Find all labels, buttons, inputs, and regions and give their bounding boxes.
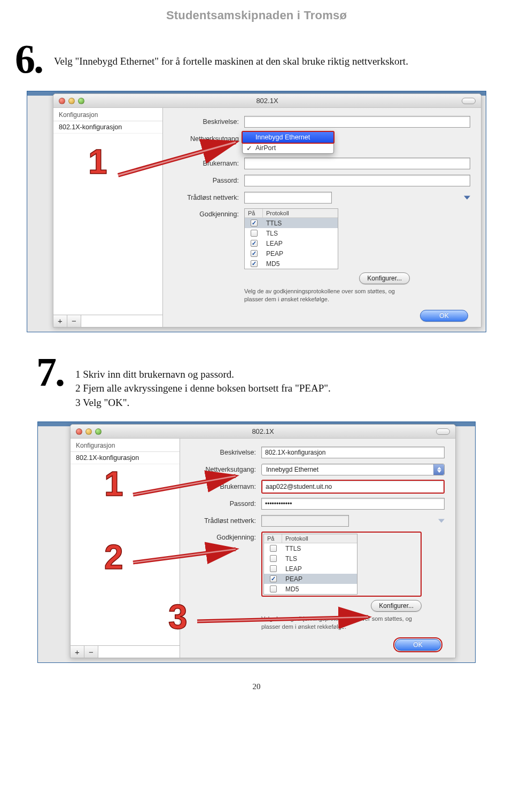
remove-config-button[interactable]: − <box>67 315 81 327</box>
add-config-button[interactable]: + <box>71 646 84 658</box>
label-beskrivelse: Beskrivelse: <box>186 449 261 456</box>
step-6-text: Velg "Innebygd Ethernet" for å fortelle … <box>54 38 408 79</box>
beskrivelse-input[interactable] <box>261 447 445 458</box>
close-icon[interactable] <box>76 428 82 435</box>
step-6: 6. Velg "Innebygd Ethernet" for å fortel… <box>15 38 498 79</box>
label-tradlost: Trådløst nettverk: <box>186 517 261 525</box>
check-icon: ✓ <box>246 144 252 152</box>
config-sidebar: Konfigurasjon 802.1X-konfigurasjon + − <box>53 108 163 327</box>
config-form: Beskrivelse: Nettverksutgang Innebygd Et… <box>163 108 481 327</box>
screenshot-2: 802.1X Konfigurasjon 802.1X-konfigurasjo… <box>37 421 476 663</box>
window-title: 802.1X <box>71 427 455 435</box>
step-7-number: 7. <box>36 352 64 410</box>
step-7-line1: 1 Skriv inn ditt brukernavn og passord. <box>75 368 331 382</box>
protocol-hint: Velg de av godkjenningsprotokollene over… <box>244 287 399 303</box>
titlebar: 802.1X <box>71 425 455 439</box>
dropdown-item-airport[interactable]: ✓AirPort <box>243 143 333 153</box>
protocol-row-md5[interactable]: MD5 <box>264 584 357 594</box>
add-config-button[interactable]: + <box>53 315 67 327</box>
protocol-row-tls[interactable]: TLS <box>264 553 357 564</box>
select-arrows-icon <box>433 464 444 475</box>
checkbox[interactable] <box>251 260 258 267</box>
protocol-row-leap[interactable]: LEAP <box>264 564 357 574</box>
mac-window-1: 802.1X Konfigurasjon 802.1X-konfigurasjo… <box>53 93 481 327</box>
step-7: 7. 1 Skriv inn ditt brukernavn og passor… <box>36 352 498 410</box>
checkbox[interactable] <box>251 220 258 227</box>
minimize-icon[interactable] <box>86 428 92 435</box>
protocol-table: På Protokoll TTLS TLS LEAP PEAP MD5 <box>244 208 338 269</box>
passord-input[interactable] <box>244 175 470 186</box>
checkbox[interactable] <box>270 555 277 562</box>
checkbox[interactable] <box>251 230 258 237</box>
zoom-icon[interactable] <box>78 98 84 104</box>
protocol-header-proto: Protokoll <box>282 534 312 543</box>
page-number: 20 <box>15 682 498 691</box>
label-passord: Passord: <box>186 500 261 508</box>
window-title: 802.1X <box>53 97 481 105</box>
protocol-row-tls[interactable]: TLS <box>245 228 338 238</box>
protocol-row-peap[interactable]: PEAP <box>245 248 338 259</box>
konfigurer-button[interactable]: Konfigurer... <box>359 272 410 284</box>
traffic-lights <box>59 98 84 104</box>
sidebar-item-config[interactable]: 802.1X-konfigurasjon <box>53 121 162 134</box>
toolbar-pill-button[interactable] <box>436 428 450 435</box>
titlebar: 802.1X <box>53 94 481 108</box>
chevron-down-icon[interactable] <box>464 196 470 200</box>
protocol-row-md5[interactable]: MD5 <box>245 259 338 269</box>
page-header: Studentsamskipnaden i Tromsø <box>15 9 498 22</box>
label-tradlost: Trådløst nettverk: <box>169 194 244 201</box>
protocol-row-leap[interactable]: LEAP <box>245 238 338 248</box>
checkbox[interactable] <box>251 240 258 247</box>
konfigurer-button[interactable]: Konfigurer... <box>371 600 422 612</box>
checkbox[interactable] <box>251 250 258 257</box>
brukernavn-input[interactable] <box>244 158 470 169</box>
checkbox[interactable] <box>270 585 277 592</box>
remove-config-button[interactable]: − <box>84 646 98 658</box>
close-icon[interactable] <box>59 98 65 104</box>
dropdown-item-ethernet[interactable]: Innebygd Ethernet <box>242 131 335 144</box>
label-passord: Passord: <box>169 177 244 184</box>
zoom-icon[interactable] <box>95 428 102 435</box>
label-brukernavn: Brukernavn: <box>169 160 244 167</box>
protocol-hint: Velg de av godkjenningsprotokollene over… <box>261 615 416 631</box>
nettverksutgang-dropdown[interactable]: Innebygd Ethernet ✓AirPort <box>242 131 334 154</box>
checkbox[interactable] <box>270 565 277 572</box>
label-brukernavn: Brukernavn: <box>186 483 261 490</box>
label-beskrivelse: Beskrivelse: <box>169 118 244 126</box>
protocol-row-ttls[interactable]: TTLS <box>245 218 338 228</box>
ok-button-highlight: OK <box>393 637 442 652</box>
sidebar-header: Konfigurasjon <box>71 439 180 452</box>
step-6-number: 6. <box>15 38 42 79</box>
step-7-line2: 2 Fjern alle avkryssingene i denne bokse… <box>75 381 331 396</box>
sidebar-item-config[interactable]: 802.1X-konfigurasjon <box>71 452 180 464</box>
protocol-row-ttls[interactable]: TTLS <box>264 543 357 553</box>
label-nettverk: Nettverksutgang: <box>186 466 261 473</box>
passord-input[interactable] <box>261 498 445 510</box>
protocol-table: På Protokoll TTLS TLS LEAP PEAP MD5 <box>263 534 357 595</box>
mac-window-2: 802.1X Konfigurasjon 802.1X-konfigurasjo… <box>70 424 456 658</box>
protocol-row-peap[interactable]: PEAP <box>264 574 357 584</box>
traffic-lights <box>76 428 102 435</box>
ok-button[interactable]: OK <box>395 639 441 651</box>
select-value: Innebygd Ethernet <box>266 466 318 473</box>
sidebar-header: Konfigurasjon <box>53 108 162 121</box>
protocol-table-highlight: På Protokoll TTLS TLS LEAP PEAP MD5 <box>261 532 422 597</box>
label-godkjenning: Godkjenning: <box>186 532 261 541</box>
protocol-header-on: På <box>245 209 263 217</box>
step-7-text: 1 Skriv inn ditt brukernavn og passord. … <box>75 352 331 410</box>
nettverksutgang-select[interactable]: Innebygd Ethernet <box>261 464 445 475</box>
tradlost-input[interactable] <box>244 192 332 204</box>
screenshot-1: 802.1X Konfigurasjon 802.1X-konfigurasjo… <box>27 91 486 332</box>
toolbar-pill-button[interactable] <box>462 98 476 104</box>
config-sidebar: Konfigurasjon 802.1X-konfigurasjon + − <box>71 439 180 658</box>
chevron-down-icon <box>438 519 445 523</box>
checkbox[interactable] <box>270 545 277 552</box>
label-nettverk: Nettverksutgang <box>169 135 244 143</box>
beskrivelse-input[interactable] <box>244 116 470 128</box>
tradlost-input <box>261 515 349 527</box>
ok-button[interactable]: OK <box>420 310 468 322</box>
brukernavn-input[interactable] <box>262 481 444 493</box>
checkbox[interactable] <box>270 575 277 582</box>
minimize-icon[interactable] <box>68 98 75 104</box>
protocol-header-proto: Protokoll <box>263 209 292 217</box>
